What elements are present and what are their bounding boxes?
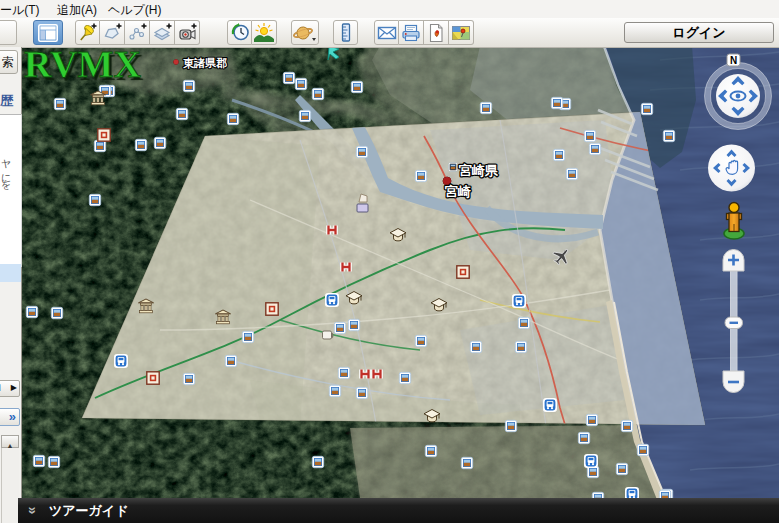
svg-text:N: N xyxy=(730,55,737,66)
svg-text:宮崎県: 宮崎県 xyxy=(459,163,498,178)
svg-text:RVMX: RVMX xyxy=(24,43,141,85)
svg-text:宮崎: 宮崎 xyxy=(445,184,471,199)
svg-text:東諸県郡: 東諸県郡 xyxy=(182,57,227,69)
